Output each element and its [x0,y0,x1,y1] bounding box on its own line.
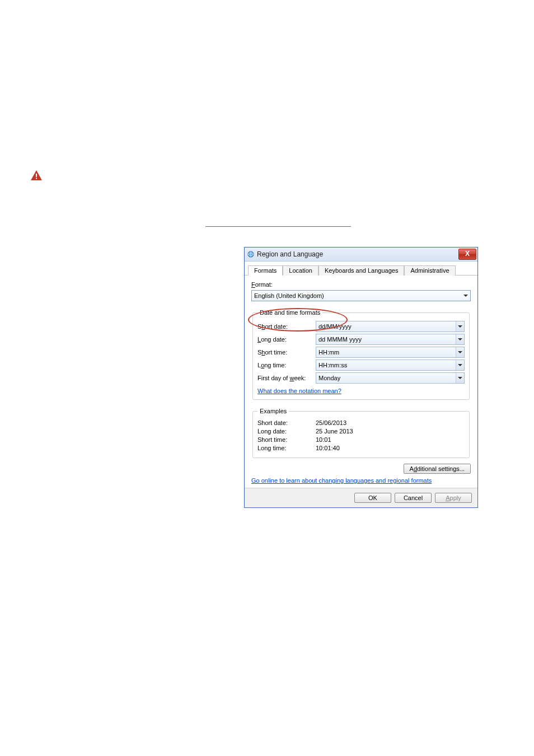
row-short-date: Short date: dd/MM/yyyy [257,321,465,332]
ex-long-time-label: Long time: [257,445,316,451]
chevron-down-icon [458,351,462,353]
apply-button[interactable]: Apply [435,493,472,503]
ok-button[interactable]: OK [354,493,391,503]
row-short-time: Short time: HH:mm [257,347,465,358]
globe-icon [247,250,255,258]
ex-short-time-value: 10:01 [316,436,465,443]
short-time-label: Short time: [257,349,316,356]
format-dropdown[interactable]: English (United Kingdom) [251,290,471,301]
tabstrip: Formats Location Keyboards and Languages… [245,262,477,276]
short-date-dropdown[interactable]: dd/MM/yyyy [316,321,465,332]
long-time-label: Long time: [257,362,316,368]
first-day-label: First day of week: [257,375,316,381]
additional-row: Additional settings... [251,464,471,474]
dialog-title: Region and Language [257,250,323,258]
notation-link[interactable]: What does the notation mean? [257,388,341,394]
ex-long-date: Long date: 25 June 2013 [257,428,465,435]
warning-icon [29,169,44,183]
chevron-down-icon [458,364,462,366]
ex-short-date-value: 25/06/2013 [316,419,465,426]
ex-long-time: Long time: 10:01:40 [257,445,465,451]
go-online-link[interactable]: Go online to learn about changing langua… [251,477,432,484]
date-time-formats-group: Date and time formats Short date: dd/MM/… [252,309,470,400]
short-date-label: Short date: [257,323,316,330]
tab-location[interactable]: Location [283,265,318,276]
region-language-dialog: Region and Language X Formats Location K… [244,247,478,508]
examples-legend: Examples [257,408,289,414]
additional-settings-button[interactable]: Additional settings... [404,464,471,474]
format-value: English (United Kingdom) [254,292,324,299]
close-icon: X [465,250,470,258]
dialog-body: Format: English (United Kingdom) Date an… [245,276,477,488]
titlebar: Region and Language X [245,248,477,262]
ex-short-date-label: Short date: [257,419,316,426]
chevron-down-icon [463,295,468,297]
ex-long-date-value: 25 June 2013 [316,428,465,435]
ex-long-date-label: Long date: [257,428,316,435]
row-long-time: Long time: HH:mm:ss [257,360,465,371]
long-time-dropdown[interactable]: HH:mm:ss [316,360,465,371]
chevron-down-icon [458,325,462,328]
close-button[interactable]: X [458,249,476,260]
short-time-dropdown[interactable]: HH:mm [316,347,465,358]
examples-group: Examples Short date: 25/06/2013 Long dat… [252,408,470,458]
row-first-day: First day of week: Monday [257,372,465,384]
cancel-button[interactable]: Cancel [395,493,432,503]
ex-long-time-value: 10:01:40 [316,445,465,451]
underline-decoration [205,226,351,227]
svg-rect-0 [36,174,37,177]
dialog-footer: OK Cancel Apply [245,488,477,507]
svg-rect-1 [36,178,37,179]
long-date-dropdown[interactable]: dd MMMM yyyy [316,334,465,345]
ex-short-date: Short date: 25/06/2013 [257,419,465,426]
tab-administrative[interactable]: Administrative [404,265,455,276]
tab-keyboards[interactable]: Keyboards and Languages [318,265,405,276]
tab-formats[interactable]: Formats [248,265,283,276]
row-long-date: Long date: dd MMMM yyyy [257,334,465,345]
dtf-legend: Date and time formats [257,309,322,316]
ex-short-time-label: Short time: [257,436,316,443]
first-day-dropdown[interactable]: Monday [316,372,465,384]
long-date-label: Long date: [257,336,316,343]
format-label: Format: [251,281,471,288]
chevron-down-icon [458,338,462,340]
ex-short-time: Short time: 10:01 [257,436,465,443]
chevron-down-icon [458,377,462,379]
